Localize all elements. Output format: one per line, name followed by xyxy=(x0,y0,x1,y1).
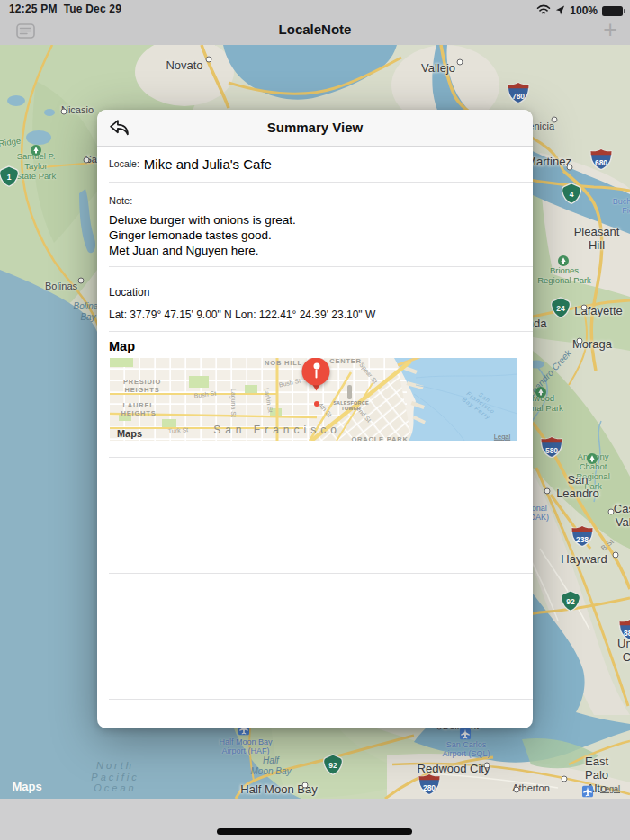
svg-text:280: 280 xyxy=(423,783,436,792)
modal-title: Summary View xyxy=(97,110,533,146)
svg-text:92: 92 xyxy=(566,597,575,606)
interstate-shield-238: 238 xyxy=(571,525,594,547)
apple-maps-logo: Maps xyxy=(117,428,142,440)
svg-text:92: 92 xyxy=(328,761,338,770)
map-label: Briones Regional Park xyxy=(537,266,591,286)
svg-text:4: 4 xyxy=(570,190,574,199)
map-label: Half Moon Bay Airport (HAF) xyxy=(219,737,272,756)
battery-percentage: 100% xyxy=(570,4,598,17)
map-label: Hayward xyxy=(561,553,607,567)
map-label: Larkin St xyxy=(263,388,274,414)
note-label: Note: xyxy=(109,195,132,206)
app-screen: NovatoNicasioVallejoBeniciaMartinezBucha… xyxy=(0,0,630,840)
map-label: Union City xyxy=(617,638,630,665)
map-label: 2nd St xyxy=(355,406,373,424)
interstate-shield-780: 780 xyxy=(507,82,530,103)
map-label: San Leandro xyxy=(552,474,604,501)
map-label: LAUREL HEIGHTS xyxy=(122,402,157,417)
home-indicator[interactable] xyxy=(217,828,412,835)
airport-icon xyxy=(582,786,594,798)
town-dot xyxy=(562,776,568,782)
top-bar: 12:25 PMTue Dec 29 100% LocaleNote + xyxy=(0,0,630,45)
separator xyxy=(109,457,533,458)
separator xyxy=(109,331,533,332)
town-dot xyxy=(78,278,85,284)
locale-map-preview: PRESIDIO HEIGHTSLAUREL HEIGHTSNOB HILLCE… xyxy=(110,358,518,441)
map-label: B St xyxy=(599,538,615,553)
battery-icon xyxy=(602,6,623,16)
map-label: Bolinas Ridge xyxy=(0,137,22,154)
route-shield-24: 24 xyxy=(551,297,572,318)
route-shield-4: 4 xyxy=(562,183,582,204)
locale-row: Locale: Mike and Julia's Cafe xyxy=(109,146,524,182)
map-section-label: Map xyxy=(109,339,135,353)
town-dot xyxy=(61,109,68,115)
bottom-bar xyxy=(0,799,630,840)
map-label: Bolinas xyxy=(45,281,77,292)
park-icon xyxy=(587,453,598,464)
town-dot xyxy=(206,57,212,63)
location-services-icon xyxy=(555,3,565,19)
route-shield-92: 92 xyxy=(561,590,581,612)
town-dot xyxy=(457,59,464,66)
town-dot xyxy=(613,552,619,559)
map-label: Pleasant Hill xyxy=(574,226,620,253)
status-time: 12:25 PM xyxy=(9,3,58,15)
svg-text:24: 24 xyxy=(556,304,565,313)
svg-text:680: 680 xyxy=(595,158,608,167)
status-date: Tue Dec 29 xyxy=(64,3,122,15)
map-label: SALESFORCE TOWER xyxy=(333,400,369,412)
interstate-shield-280: 280 xyxy=(418,773,441,795)
status-time-date: 12:25 PMTue Dec 29 xyxy=(9,3,128,15)
map-label: ORACLE PARK xyxy=(351,436,408,441)
map-label: Bush St xyxy=(194,390,216,400)
svg-text:1: 1 xyxy=(7,173,12,182)
route-shield-1: 1 xyxy=(0,165,20,187)
map-label: Turk St xyxy=(168,426,189,435)
separator xyxy=(109,699,533,700)
map-label: Spear St xyxy=(357,362,378,385)
status-bar: 12:25 PMTue Dec 29 100% xyxy=(0,0,630,18)
park-icon xyxy=(558,255,569,266)
map-label: PRESIDIO HEIGHTS xyxy=(123,379,161,394)
map-label: NOB HILL xyxy=(265,360,302,368)
navigation-bar: LocaleNote + xyxy=(0,18,630,45)
location-label: Location xyxy=(109,286,149,299)
map-label: Samuel P. Taylor State Park xyxy=(16,152,56,182)
wifi-icon xyxy=(536,3,551,19)
town-dot xyxy=(484,763,490,769)
map-label: San Francisco xyxy=(213,424,341,437)
modal-header: Summary View xyxy=(97,110,533,147)
map-label: Half Moon Bay xyxy=(250,755,291,776)
park-icon xyxy=(536,387,546,398)
svg-text:580: 580 xyxy=(545,446,558,455)
map-label: Castro Valley xyxy=(614,503,630,530)
svg-text:238: 238 xyxy=(576,535,589,544)
map-label: Buchanan Field xyxy=(613,197,630,216)
town-dot xyxy=(577,338,583,344)
interstate-shield-880: 880 xyxy=(618,619,630,640)
interstate-shield-580: 580 xyxy=(540,436,563,458)
locale-value: Mike and Julia's Cafe xyxy=(144,156,272,172)
town-dot xyxy=(84,157,90,164)
map-label: Laguna St xyxy=(230,389,237,417)
pin-location-dot xyxy=(314,401,320,407)
legal-link[interactable]: Legal xyxy=(600,784,620,793)
summary-view-modal: Summary View Locale: Mike and Julia's Ca… xyxy=(97,110,533,728)
apple-maps-logo: Maps xyxy=(12,781,41,794)
legal-link[interactable]: Legal xyxy=(494,433,510,441)
map-label: North Pacific Ocean xyxy=(91,760,139,794)
map-pin xyxy=(302,358,330,391)
map-label: San Carlos Airport (SQL) xyxy=(442,740,490,759)
separator xyxy=(109,573,533,574)
map-label: CENTER xyxy=(329,358,362,365)
svg-text:780: 780 xyxy=(512,92,525,101)
town-dot xyxy=(581,305,588,311)
add-note-button[interactable]: + xyxy=(603,16,617,43)
town-dot xyxy=(514,787,520,793)
locale-label: Locale: xyxy=(109,158,140,169)
app-title: LocaleNote xyxy=(0,22,630,37)
park-icon xyxy=(31,145,41,156)
town-dot xyxy=(567,165,573,171)
interstate-shield-680: 680 xyxy=(590,148,613,170)
